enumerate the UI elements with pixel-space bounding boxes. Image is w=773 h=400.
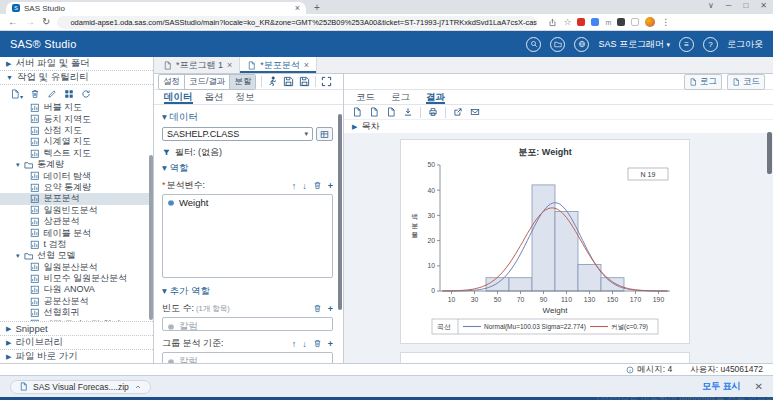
filter-row[interactable]: 필터: (없음)	[162, 146, 333, 159]
segment-0[interactable]: 설정	[159, 75, 185, 89]
additional-roles-header[interactable]: ▾ 추가 역할	[162, 285, 333, 298]
results-tab-0[interactable]: 코드	[356, 91, 375, 104]
analysis-variable-list[interactable]: Weight	[162, 194, 333, 278]
choose-table-button[interactable]	[316, 127, 333, 141]
tab-close-icon[interactable]: ×	[304, 60, 309, 70]
forward-icon[interactable]: →	[25, 16, 35, 28]
print-icon[interactable]	[428, 107, 438, 117]
document-tab[interactable]: *프로그램 1×	[156, 57, 240, 73]
globe-icon[interactable]	[574, 37, 589, 52]
move-down-icon[interactable]: ↓	[302, 181, 307, 191]
browser-tab[interactable]: S SAS Studio ×	[6, 2, 306, 14]
new-tab-button[interactable]: +	[314, 3, 320, 13]
variable-item[interactable]: Weight	[163, 195, 332, 210]
document-tab[interactable]: *분포분석×	[240, 57, 317, 73]
download-results-icon[interactable]	[403, 107, 413, 117]
settings-tab-2[interactable]: 정보	[236, 91, 255, 104]
share-icon[interactable]	[548, 18, 557, 27]
tab-close-icon[interactable]: ×	[295, 4, 300, 12]
settings-tab-1[interactable]: 옵션	[205, 91, 224, 104]
back-icon[interactable]: ←	[8, 16, 18, 28]
bookmark-star-icon[interactable]: ☆	[563, 17, 571, 27]
data-section-header[interactable]: ▾ 데이터	[162, 111, 333, 124]
move-down-icon[interactable]: ↓	[302, 339, 307, 349]
show-all-downloads-link[interactable]: 모두 표시	[702, 380, 741, 393]
move-up-icon[interactable]: ↑	[292, 339, 297, 349]
add-column-icon[interactable]: +	[328, 339, 333, 349]
extension-icon[interactable]	[591, 18, 599, 26]
save-icon[interactable]	[283, 76, 294, 87]
chrome-menu-icon[interactable]: ⋮	[661, 17, 670, 27]
results-content[interactable]: 분포: Weight103050709011013015017019001020…	[344, 133, 773, 392]
results-tab-2[interactable]: 결과	[426, 91, 445, 104]
tree-item-task[interactable]: t 검정	[0, 239, 153, 250]
new-task-button[interactable]: ▾	[10, 85, 23, 103]
refresh-icon[interactable]	[81, 89, 91, 99]
open-folder-icon[interactable]	[550, 37, 565, 52]
menu-icon[interactable]: ≡	[679, 37, 694, 52]
dataset-select[interactable]: SASHELP.CLASS ▾	[162, 127, 313, 141]
sidebar-scrollbar[interactable]	[149, 155, 153, 320]
analysis-variable-label: 분석변수:	[167, 180, 206, 190]
settings-tab-0[interactable]: 데이터	[164, 91, 193, 104]
move-up-icon[interactable]: ↑	[292, 181, 297, 191]
persona-menu[interactable]: SAS 프로그래머 ▾	[598, 38, 670, 51]
extension-icon[interactable]	[631, 18, 639, 26]
tab-search-icon[interactable]: ∨	[708, 1, 714, 10]
sidebar-section-2[interactable]: ▶파일 바로 가기	[0, 349, 153, 363]
html-output-icon[interactable]	[352, 107, 362, 117]
messages-status[interactable]: 메시지: 4	[626, 364, 672, 376]
open-log-button[interactable]: 로그	[684, 74, 722, 90]
save-all-icon[interactable]	[299, 76, 310, 87]
extensions-puzzle-icon[interactable]	[617, 18, 625, 26]
sidebar-section-0[interactable]: ▶Snippet	[0, 321, 153, 335]
remove-column-icon[interactable]	[313, 304, 322, 313]
extension-icon[interactable]	[577, 18, 585, 26]
tree-item-task[interactable]: 텍스트 지도	[0, 148, 153, 159]
logout-button[interactable]: 로그아웃	[727, 38, 763, 51]
task-tree: 버블 지도등치 지역도산점 지도시계열 지도텍스트 지도▾통계량데이터 탐색요약…	[0, 102, 153, 321]
add-column-icon[interactable]: +	[328, 181, 333, 191]
reload-icon[interactable]: ↻	[42, 16, 50, 28]
extension-icon[interactable]: m	[605, 19, 611, 26]
search-icon[interactable]	[526, 37, 541, 52]
properties-grid-icon[interactable]	[64, 89, 74, 99]
ancova-icon	[30, 297, 40, 307]
results-tab-bar: 코드로그결과	[344, 90, 773, 105]
frequency-count-field[interactable]: 칼럼	[162, 317, 333, 331]
results-scrollbar[interactable]	[767, 132, 772, 174]
url-field[interactable]: odamid-apse1.oda.sas.com/SASStudio/main?…	[57, 16, 537, 29]
segment-2[interactable]: 분할	[230, 75, 255, 89]
sidebar-section-1[interactable]: ▶라이브러리	[0, 335, 153, 349]
settings-vertical-scrollbar[interactable]	[338, 114, 342, 310]
zip-file-icon	[19, 382, 28, 391]
edit-icon[interactable]	[47, 89, 57, 99]
segment-1[interactable]: 코드/결과	[185, 75, 230, 89]
window-maximize-button[interactable]: □	[743, 1, 748, 10]
roles-section-header[interactable]: ▾ 역할	[162, 162, 333, 175]
sidebar-section-server-files[interactable]: ▶ 서버 파일 및 폴더	[0, 57, 153, 71]
remove-column-icon[interactable]	[313, 339, 322, 348]
add-column-icon[interactable]: +	[328, 304, 333, 314]
tab-close-icon[interactable]: ×	[227, 60, 232, 70]
run-icon[interactable]	[267, 76, 278, 87]
window-close-button[interactable]: ✕	[760, 1, 767, 10]
shelf-close-icon[interactable]: ✕	[755, 381, 763, 392]
profile-avatar[interactable]	[645, 17, 655, 27]
results-tab-1[interactable]: 로그	[391, 91, 410, 104]
remove-column-icon[interactable]	[313, 181, 322, 190]
pdf-output-icon[interactable]	[369, 107, 379, 117]
open-in-new-icon[interactable]	[453, 107, 463, 117]
window-minimize-button[interactable]: ─	[726, 1, 732, 10]
toc-toggle[interactable]: ▶ 목차	[344, 120, 773, 133]
chevron-up-icon[interactable]	[134, 383, 142, 391]
download-item[interactable]: SAS Visual Forecas....zip	[10, 380, 151, 394]
email-icon[interactable]	[470, 107, 480, 117]
sidebar-section-tasks[interactable]: ▼ 작업 및 유틸리티	[0, 71, 153, 85]
maximize-view-icon[interactable]	[321, 76, 332, 87]
open-code-button[interactable]: 코드	[727, 74, 765, 90]
tree-item-task[interactable]: 테이블 분석	[0, 227, 153, 238]
rtf-output-icon[interactable]	[386, 107, 396, 117]
delete-icon[interactable]	[30, 89, 40, 99]
help-icon[interactable]: ?	[703, 37, 718, 52]
